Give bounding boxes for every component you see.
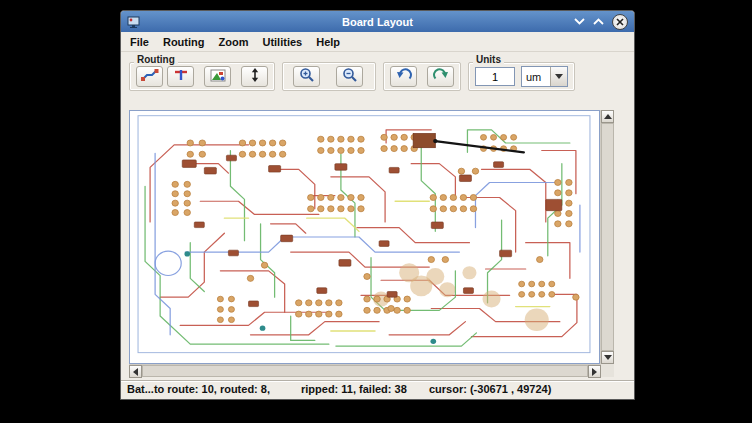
pin-swap-icon xyxy=(249,68,261,85)
vertical-scrollbar[interactable] xyxy=(600,110,614,364)
statusbar: Bat...to route: 10, routed: 8, ripped: 1… xyxy=(121,380,634,399)
zoom-in-button[interactable] xyxy=(293,66,320,87)
group-label-units: Units xyxy=(473,54,504,65)
pcb-drawing[interactable] xyxy=(130,111,599,363)
layer-display-button[interactable] xyxy=(204,66,231,87)
close-icon[interactable] xyxy=(612,14,628,30)
board-viewport xyxy=(129,110,614,377)
toolbar-group-undo xyxy=(383,62,461,91)
horizontal-scrollbar-thumb[interactable] xyxy=(142,365,588,377)
app-icon xyxy=(127,16,140,28)
route-trace-button[interactable] xyxy=(136,66,163,87)
menu-item-help[interactable]: Help xyxy=(316,36,340,48)
arrow-down-icon xyxy=(604,355,612,360)
route-trace-icon xyxy=(141,68,159,85)
status-route-progress: Bat...to route: 10, routed: 8, xyxy=(127,383,270,395)
vertical-scrollbar-thumb[interactable] xyxy=(601,123,614,351)
scroll-left-button[interactable] xyxy=(129,365,142,378)
scroll-up-button[interactable] xyxy=(601,110,614,123)
minimize-icon[interactable] xyxy=(574,18,585,25)
redo-icon xyxy=(433,68,449,85)
zoom-out-button[interactable] xyxy=(336,66,363,87)
titlebar[interactable]: Board Layout xyxy=(121,11,634,32)
group-label-routing: Routing xyxy=(134,54,178,65)
arrow-right-icon xyxy=(592,368,597,376)
undo-button[interactable] xyxy=(390,66,417,87)
toolbar-group-routing: Routing xyxy=(129,62,275,91)
toolbar-group-zoom xyxy=(282,62,376,91)
fanout-icon xyxy=(173,68,189,85)
arrow-up-icon xyxy=(604,114,612,119)
window-title: Board Layout xyxy=(121,16,634,28)
undo-icon xyxy=(396,68,412,85)
maximize-icon[interactable] xyxy=(593,18,604,25)
menubar: File Routing Zoom Utilities Help xyxy=(121,32,634,52)
scroll-right-button[interactable] xyxy=(588,365,601,378)
zoom-out-icon xyxy=(342,67,358,86)
status-ripped-failed: ripped: 11, failed: 38 xyxy=(301,383,407,395)
fanout-button[interactable] xyxy=(167,66,194,87)
zoom-in-icon xyxy=(299,67,315,86)
units-dropdown-button[interactable] xyxy=(550,67,567,86)
status-cursor-position: cursor: (-30671 , 49724) xyxy=(429,383,551,395)
toolbar-group-units: Units um xyxy=(468,62,575,91)
menu-item-file[interactable]: File xyxy=(130,36,149,48)
menu-item-utilities[interactable]: Utilities xyxy=(262,36,302,48)
units-value-input[interactable] xyxy=(475,67,515,86)
horizontal-scrollbar[interactable] xyxy=(129,364,601,377)
scrollbar-corner xyxy=(601,364,614,377)
pin-swap-button[interactable] xyxy=(241,66,268,87)
toolbar: Routing xyxy=(121,52,634,108)
desktop-background: Board Layout File Routing Zo xyxy=(0,0,752,423)
menu-item-routing[interactable]: Routing xyxy=(163,36,205,48)
units-combobox[interactable]: um xyxy=(521,66,568,87)
layer-display-icon xyxy=(210,69,226,85)
board-layout-window: Board Layout File Routing Zo xyxy=(120,10,635,400)
units-selected-value: um xyxy=(522,67,550,86)
redo-button[interactable] xyxy=(427,66,454,87)
scroll-down-button[interactable] xyxy=(601,351,614,364)
menu-item-zoom[interactable]: Zoom xyxy=(219,36,249,48)
pcb-canvas[interactable] xyxy=(129,110,600,364)
arrow-left-icon xyxy=(133,368,138,376)
chevron-down-icon xyxy=(555,74,563,79)
